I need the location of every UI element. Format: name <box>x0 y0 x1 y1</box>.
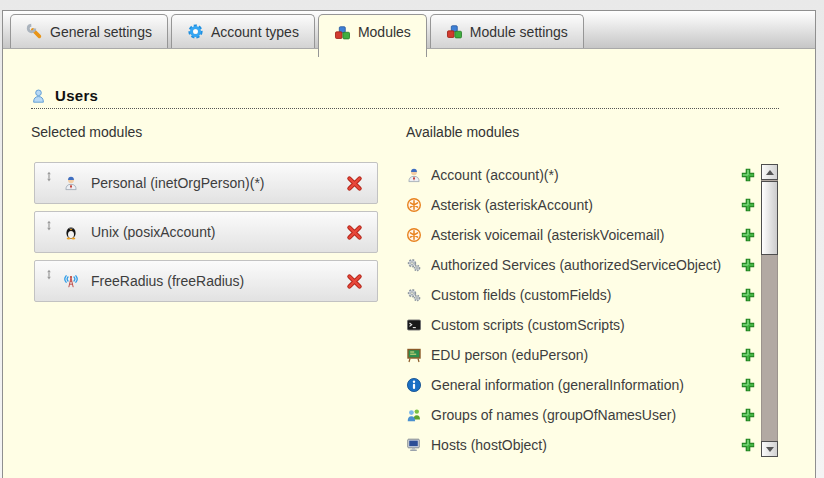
module-name: EDU person (eduPerson) <box>431 347 731 363</box>
drag-icon[interactable] <box>43 268 55 281</box>
add-icon[interactable] <box>740 287 756 303</box>
available-module-row: Groups of names (groupOfNamesUser) <box>406 400 756 430</box>
section-title: Users <box>55 87 98 104</box>
selected-modules-label: Selected modules <box>31 124 142 140</box>
module-name: FreeRadius (freeRadius) <box>91 273 244 289</box>
tab-label: Account types <box>211 24 299 40</box>
available-modules-label: Available modules <box>406 124 519 140</box>
drag-icon[interactable] <box>43 219 55 232</box>
arrow-down-icon <box>766 447 774 452</box>
add-icon[interactable] <box>740 437 756 453</box>
person-icon <box>63 175 79 191</box>
arrow-up-icon <box>766 170 774 175</box>
add-icon[interactable] <box>740 197 756 213</box>
add-icon[interactable] <box>740 377 756 393</box>
drag-icon[interactable] <box>43 170 55 183</box>
available-module-row: Asterisk (asteriskAccount) <box>406 190 756 220</box>
asterisk-icon <box>406 227 422 243</box>
configuration-window: General settingsAccount typesModulesModu… <box>2 10 816 478</box>
selected-module-row[interactable]: Personal (inetOrgPerson)(*) <box>34 162 378 204</box>
tab-label: General settings <box>50 24 152 40</box>
asterisk-icon <box>406 197 422 213</box>
selected-modules-list: Personal (inetOrgPerson)(*)Unix (posixAc… <box>34 162 378 309</box>
available-module-row: Hosts (hostObject) <box>406 430 756 460</box>
gear-icon <box>187 23 204 40</box>
module-name: Asterisk voicemail (asteriskVoicemail) <box>431 227 731 243</box>
tab-general-settings[interactable]: General settings <box>10 14 168 48</box>
tab-account-types[interactable]: Account types <box>171 14 315 48</box>
module-name: Authorized Services (authorizedServiceOb… <box>431 257 731 273</box>
add-icon[interactable] <box>740 257 756 273</box>
wrench-icon <box>26 23 43 40</box>
module-name: General information (generalInformation) <box>431 377 731 393</box>
available-module-row: General information (generalInformation) <box>406 370 756 400</box>
gears-icon <box>406 257 422 273</box>
tab-module-settings[interactable]: Module settings <box>430 14 584 48</box>
tab-label: Modules <box>358 24 411 40</box>
selected-module-row[interactable]: Unix (posixAccount) <box>34 211 378 253</box>
selected-module-row[interactable]: FreeRadius (freeRadius) <box>34 260 378 302</box>
group-icon <box>406 407 422 423</box>
add-icon[interactable] <box>740 407 756 423</box>
module-name: Unix (posixAccount) <box>91 224 216 240</box>
scrollbar-thumb[interactable] <box>761 181 778 255</box>
terminal-icon <box>406 317 422 333</box>
gears-icon <box>406 287 422 303</box>
antenna-icon <box>63 273 79 289</box>
available-module-row: Account (account)(*) <box>406 160 756 190</box>
module-name: Hosts (hostObject) <box>431 437 731 453</box>
available-module-row: Custom scripts (customScripts) <box>406 310 756 340</box>
module-name: Groups of names (groupOfNamesUser) <box>431 407 731 423</box>
module-name: Custom fields (customFields) <box>431 287 731 303</box>
users-section-header: Users <box>31 87 779 109</box>
scrollbar-down-button[interactable] <box>761 441 778 457</box>
available-module-row: Authorized Services (authorizedServiceOb… <box>406 250 756 280</box>
delete-icon[interactable] <box>346 273 363 290</box>
modules-icon <box>446 23 463 40</box>
available-modules-list: Account (account)(*)Asterisk (asteriskAc… <box>406 160 756 460</box>
person-icon <box>406 167 422 183</box>
add-icon[interactable] <box>740 167 756 183</box>
available-module-row: Asterisk voicemail (asteriskVoicemail) <box>406 220 756 250</box>
blackboard-icon <box>406 347 422 363</box>
available-module-row: Custom fields (customFields) <box>406 280 756 310</box>
module-name: Account (account)(*) <box>431 167 731 183</box>
module-name: Custom scripts (customScripts) <box>431 317 731 333</box>
add-icon[interactable] <box>740 347 756 363</box>
module-name: Asterisk (asteriskAccount) <box>431 197 731 213</box>
add-icon[interactable] <box>740 317 756 333</box>
tab-bar: General settingsAccount typesModulesModu… <box>3 11 815 49</box>
delete-icon[interactable] <box>346 224 363 241</box>
tab-modules[interactable]: Modules <box>318 14 427 57</box>
available-module-row: EDU person (eduPerson) <box>406 340 756 370</box>
available-modules-scrollbar[interactable] <box>761 164 778 457</box>
info-icon <box>406 377 422 393</box>
tab-label: Module settings <box>470 24 568 40</box>
user-icon <box>31 88 46 104</box>
computer-icon <box>406 437 422 453</box>
add-icon[interactable] <box>740 227 756 243</box>
modules-icon <box>334 24 351 41</box>
penguin-icon <box>63 224 79 240</box>
module-name: Personal (inetOrgPerson)(*) <box>91 175 265 191</box>
scrollbar-up-button[interactable] <box>761 164 778 180</box>
delete-icon[interactable] <box>346 175 363 192</box>
